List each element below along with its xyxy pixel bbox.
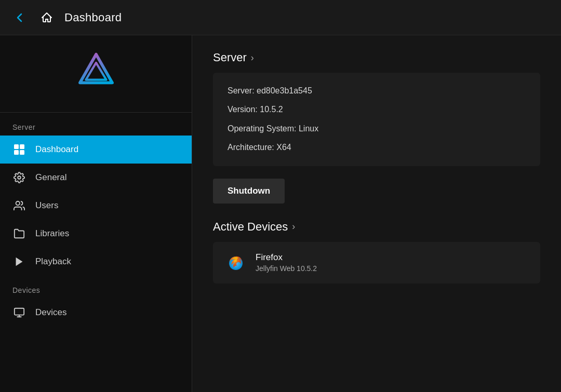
sidebar-item-libraries[interactable]: Libraries [0, 220, 192, 248]
list-item[interactable]: Firefox Jellyfin Web 10.5.2 [213, 242, 540, 283]
server-section-label: Server [0, 113, 192, 136]
sidebar-item-devices-label: Devices [35, 307, 66, 318]
gear-icon [12, 171, 26, 184]
users-icon [12, 199, 26, 212]
folder-icon [12, 227, 26, 240]
server-os: Operating System: Linux [228, 123, 526, 134]
monitor-icon [12, 306, 26, 319]
svg-marker-0 [79, 55, 112, 83]
main-layout: Server Dashboard General [0, 35, 561, 392]
content-area: Server › Server: ed80e3b1a545 Version: 1… [192, 35, 561, 392]
svg-point-7 [16, 201, 20, 205]
devices-card: Firefox Jellyfin Web 10.5.2 [213, 242, 540, 283]
active-devices-chevron-icon: › [292, 221, 295, 232]
svg-rect-4 [14, 150, 19, 155]
server-id: Server: ed80e3b1a545 [228, 85, 526, 97]
sidebar-item-devices[interactable]: Devices [0, 299, 192, 327]
sidebar-item-playback[interactable]: Playback [0, 248, 192, 276]
page-title: Dashboard [64, 11, 122, 24]
sidebar-item-users-label: Users [35, 200, 58, 211]
server-version: Version: 10.5.2 [228, 104, 526, 115]
home-button[interactable] [37, 8, 56, 27]
sidebar-item-general[interactable]: General [0, 164, 192, 192]
device-info: Firefox Jellyfin Web 10.5.2 [256, 252, 317, 273]
svg-rect-5 [20, 150, 24, 155]
svg-rect-9 [15, 308, 24, 315]
active-devices-section-header[interactable]: Active Devices › [213, 220, 540, 234]
svg-rect-2 [14, 144, 19, 149]
server-chevron-icon: › [251, 52, 254, 63]
svg-rect-3 [20, 144, 24, 149]
server-arch: Architecture: X64 [228, 142, 526, 153]
sidebar-item-libraries-label: Libraries [35, 228, 69, 239]
server-section-header[interactable]: Server › [213, 51, 540, 64]
jellyfin-logo [73, 51, 119, 100]
sidebar-item-dashboard-label: Dashboard [35, 144, 78, 155]
shutdown-button[interactable]: Shutdown [213, 179, 285, 204]
device-subtitle: Jellyfin Web 10.5.2 [256, 264, 317, 273]
logo-area [0, 35, 192, 113]
server-section-title: Server [213, 51, 247, 64]
play-icon [12, 255, 26, 268]
active-devices-title: Active Devices [213, 220, 288, 234]
sidebar-item-dashboard[interactable]: Dashboard [0, 136, 192, 164]
server-info-card: Server: ed80e3b1a545 Version: 10.5.2 Ope… [213, 73, 540, 166]
sidebar: Server Dashboard General [0, 35, 192, 392]
topbar: Dashboard [0, 0, 561, 35]
svg-marker-8 [16, 258, 23, 266]
devices-section-label: Devices [0, 276, 192, 299]
sidebar-item-users[interactable]: Users [0, 192, 192, 220]
sidebar-item-general-label: General [35, 172, 66, 183]
device-name: Firefox [256, 252, 317, 263]
svg-point-6 [18, 176, 21, 179]
back-button[interactable] [10, 8, 29, 27]
firefox-icon [224, 251, 247, 274]
sidebar-item-playback-label: Playback [35, 256, 71, 267]
grid-icon [12, 143, 26, 156]
